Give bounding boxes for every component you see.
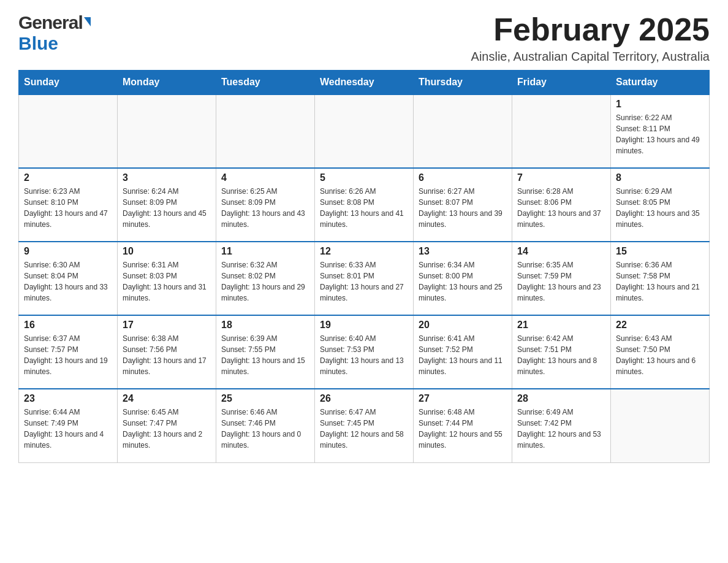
- day-number: 21: [517, 320, 605, 331]
- day-number: 15: [616, 246, 704, 257]
- calendar-cell-w1-d1: [118, 94, 216, 168]
- month-title: February 2025: [471, 12, 710, 47]
- calendar-cell-w5-d6: [611, 389, 710, 462]
- day-number: 20: [419, 320, 507, 331]
- calendar-table: Sunday Monday Tuesday Wednesday Thursday…: [18, 70, 710, 463]
- day-number: 11: [221, 246, 309, 257]
- calendar-cell-w5-d2: 25Sunrise: 6:46 AMSunset: 7:46 PMDayligh…: [216, 389, 315, 462]
- day-number: 1: [616, 99, 704, 110]
- day-info: Sunrise: 6:37 AMSunset: 7:57 PMDaylight:…: [24, 333, 112, 377]
- day-number: 22: [616, 320, 704, 331]
- logo-general-text: General: [18, 12, 91, 33]
- logo-blue-text: Blue: [18, 33, 58, 53]
- day-info: Sunrise: 6:36 AMSunset: 7:58 PMDaylight:…: [616, 259, 704, 304]
- day-info: Sunrise: 6:31 AMSunset: 8:03 PMDaylight:…: [123, 259, 211, 304]
- calendar-cell-w3-d0: 9Sunrise: 6:30 AMSunset: 8:04 PMDaylight…: [19, 242, 118, 315]
- header-monday: Monday: [118, 71, 216, 95]
- calendar-week-3: 9Sunrise: 6:30 AMSunset: 8:04 PMDaylight…: [19, 242, 710, 315]
- day-info: Sunrise: 6:40 AMSunset: 7:53 PMDaylight:…: [320, 333, 408, 377]
- day-number: 10: [123, 246, 211, 257]
- calendar-cell-w5-d4: 27Sunrise: 6:48 AMSunset: 7:44 PMDayligh…: [414, 389, 512, 462]
- day-number: 8: [616, 172, 704, 183]
- calendar-week-4: 16Sunrise: 6:37 AMSunset: 7:57 PMDayligh…: [19, 315, 710, 389]
- day-info: Sunrise: 6:45 AMSunset: 7:47 PMDaylight:…: [123, 407, 211, 451]
- calendar-cell-w1-d0: [19, 94, 118, 168]
- day-number: 23: [24, 393, 112, 404]
- calendar-cell-w2-d3: 5Sunrise: 6:26 AMSunset: 8:08 PMDaylight…: [315, 168, 414, 242]
- calendar-week-2: 2Sunrise: 6:23 AMSunset: 8:10 PMDaylight…: [19, 168, 710, 242]
- page-header: General Blue February 2025 Ainslie, Aust…: [18, 12, 710, 64]
- calendar-cell-w1-d5: [512, 94, 611, 168]
- header-saturday: Saturday: [611, 71, 710, 95]
- logo: General Blue: [18, 12, 91, 54]
- calendar-cell-w2-d2: 4Sunrise: 6:25 AMSunset: 8:09 PMDaylight…: [216, 168, 315, 242]
- day-info: Sunrise: 6:25 AMSunset: 8:09 PMDaylight:…: [221, 186, 309, 230]
- day-number: 13: [419, 246, 507, 257]
- day-number: 2: [24, 172, 112, 183]
- calendar-cell-w1-d4: [414, 94, 512, 168]
- calendar-cell-w3-d4: 13Sunrise: 6:34 AMSunset: 8:00 PMDayligh…: [414, 242, 512, 315]
- calendar-cell-w2-d4: 6Sunrise: 6:27 AMSunset: 8:07 PMDaylight…: [414, 168, 512, 242]
- day-info: Sunrise: 6:44 AMSunset: 7:49 PMDaylight:…: [24, 407, 112, 451]
- calendar-cell-w1-d2: [216, 94, 315, 168]
- day-number: 16: [24, 320, 112, 331]
- calendar-week-5: 23Sunrise: 6:44 AMSunset: 7:49 PMDayligh…: [19, 389, 710, 462]
- calendar-cell-w4-d2: 18Sunrise: 6:39 AMSunset: 7:55 PMDayligh…: [216, 315, 315, 389]
- day-number: 26: [320, 393, 408, 404]
- day-info: Sunrise: 6:23 AMSunset: 8:10 PMDaylight:…: [24, 186, 112, 230]
- day-info: Sunrise: 6:30 AMSunset: 8:04 PMDaylight:…: [24, 259, 112, 304]
- day-number: 19: [320, 320, 408, 331]
- calendar-cell-w1-d3: [315, 94, 414, 168]
- header-wednesday: Wednesday: [315, 71, 414, 95]
- day-info: Sunrise: 6:27 AMSunset: 8:07 PMDaylight:…: [419, 186, 507, 230]
- calendar-cell-w2-d5: 7Sunrise: 6:28 AMSunset: 8:06 PMDaylight…: [512, 168, 611, 242]
- calendar-cell-w1-d6: 1Sunrise: 6:22 AMSunset: 8:11 PMDaylight…: [611, 94, 710, 168]
- day-number: 5: [320, 172, 408, 183]
- day-info: Sunrise: 6:39 AMSunset: 7:55 PMDaylight:…: [221, 333, 309, 377]
- day-info: Sunrise: 6:32 AMSunset: 8:02 PMDaylight:…: [221, 259, 309, 304]
- calendar-cell-w4-d1: 17Sunrise: 6:38 AMSunset: 7:56 PMDayligh…: [118, 315, 216, 389]
- calendar-cell-w4-d3: 19Sunrise: 6:40 AMSunset: 7:53 PMDayligh…: [315, 315, 414, 389]
- day-number: 14: [517, 246, 605, 257]
- calendar-cell-w3-d6: 15Sunrise: 6:36 AMSunset: 7:58 PMDayligh…: [611, 242, 710, 315]
- day-info: Sunrise: 6:48 AMSunset: 7:44 PMDaylight:…: [419, 407, 507, 451]
- title-block: February 2025 Ainslie, Australian Capita…: [471, 12, 710, 64]
- header-thursday: Thursday: [414, 71, 512, 95]
- day-number: 4: [221, 172, 309, 183]
- calendar-cell-w2-d1: 3Sunrise: 6:24 AMSunset: 8:09 PMDaylight…: [118, 168, 216, 242]
- day-info: Sunrise: 6:33 AMSunset: 8:01 PMDaylight:…: [320, 259, 408, 304]
- day-number: 3: [123, 172, 211, 183]
- day-info: Sunrise: 6:38 AMSunset: 7:56 PMDaylight:…: [123, 333, 211, 377]
- day-number: 7: [517, 172, 605, 183]
- header-sunday: Sunday: [19, 71, 118, 95]
- day-number: 28: [517, 393, 605, 404]
- day-info: Sunrise: 6:22 AMSunset: 8:11 PMDaylight:…: [616, 112, 704, 156]
- calendar-cell-w4-d4: 20Sunrise: 6:41 AMSunset: 7:52 PMDayligh…: [414, 315, 512, 389]
- day-info: Sunrise: 6:49 AMSunset: 7:42 PMDaylight:…: [517, 407, 605, 451]
- calendar-cell-w2-d6: 8Sunrise: 6:29 AMSunset: 8:05 PMDaylight…: [611, 168, 710, 242]
- day-number: 17: [123, 320, 211, 331]
- calendar-cell-w4-d0: 16Sunrise: 6:37 AMSunset: 7:57 PMDayligh…: [19, 315, 118, 389]
- day-info: Sunrise: 6:29 AMSunset: 8:05 PMDaylight:…: [616, 186, 704, 230]
- calendar-cell-w3-d1: 10Sunrise: 6:31 AMSunset: 8:03 PMDayligh…: [118, 242, 216, 315]
- day-number: 25: [221, 393, 309, 404]
- day-number: 12: [320, 246, 408, 257]
- location-subtitle: Ainslie, Australian Capital Territory, A…: [471, 50, 710, 64]
- day-info: Sunrise: 6:42 AMSunset: 7:51 PMDaylight:…: [517, 333, 605, 377]
- calendar-header-row: Sunday Monday Tuesday Wednesday Thursday…: [19, 71, 710, 95]
- calendar-cell-w5-d3: 26Sunrise: 6:47 AMSunset: 7:45 PMDayligh…: [315, 389, 414, 462]
- calendar-cell-w3-d5: 14Sunrise: 6:35 AMSunset: 7:59 PMDayligh…: [512, 242, 611, 315]
- day-info: Sunrise: 6:35 AMSunset: 7:59 PMDaylight:…: [517, 259, 605, 304]
- day-number: 18: [221, 320, 309, 331]
- header-friday: Friday: [512, 71, 611, 95]
- day-info: Sunrise: 6:26 AMSunset: 8:08 PMDaylight:…: [320, 186, 408, 230]
- day-number: 24: [123, 393, 211, 404]
- calendar-cell-w5-d0: 23Sunrise: 6:44 AMSunset: 7:49 PMDayligh…: [19, 389, 118, 462]
- day-number: 6: [419, 172, 507, 183]
- day-info: Sunrise: 6:43 AMSunset: 7:50 PMDaylight:…: [616, 333, 704, 377]
- day-number: 9: [24, 246, 112, 257]
- day-info: Sunrise: 6:47 AMSunset: 7:45 PMDaylight:…: [320, 407, 408, 451]
- calendar-cell-w3-d2: 11Sunrise: 6:32 AMSunset: 8:02 PMDayligh…: [216, 242, 315, 315]
- day-info: Sunrise: 6:34 AMSunset: 8:00 PMDaylight:…: [419, 259, 507, 304]
- calendar-cell-w4-d5: 21Sunrise: 6:42 AMSunset: 7:51 PMDayligh…: [512, 315, 611, 389]
